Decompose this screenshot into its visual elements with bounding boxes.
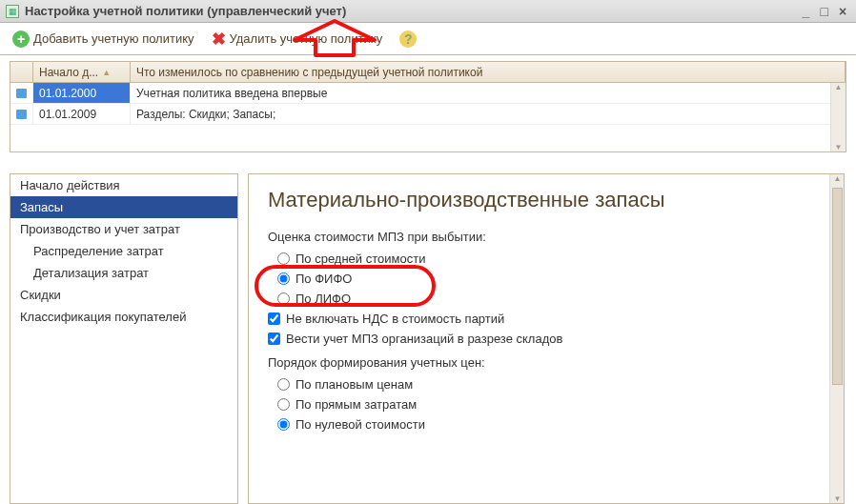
radio-lifo[interactable]: По ЛИФО [277,292,825,306]
table-row[interactable]: 01.01.2000 Учетная политика введена впер… [10,83,846,104]
policy-table: Начало д... ▲ Что изменилось по сравнени… [10,61,846,152]
col-icon[interactable] [10,62,33,82]
add-policy-button[interactable]: + Добавить учетную политику [6,27,201,51]
nav-detailing[interactable]: Детализация затрат [10,262,237,284]
add-label: Добавить учетную политику [33,31,194,46]
delete-icon: ✖ [212,29,226,50]
radio-zero[interactable]: По нулевой стоимости [277,417,825,432]
radio-avg-cost[interactable]: По средней стоимости [277,252,825,266]
delete-policy-button[interactable]: ✖ Удалить учетную политику [205,25,390,53]
nav-panel: Начало действия Запасы Производство и уч… [10,173,238,504]
window-title: Настройка учетной политики (управленческ… [25,4,798,18]
nav-production[interactable]: Производство и учет затрат [10,218,237,240]
cell-change: Разделы: Скидки; Запасы; [131,104,846,124]
maximize-button[interactable]: □ [817,4,832,19]
check-warehouse[interactable]: Вести учет МПЗ организаций в разрезе скл… [268,332,825,346]
sort-icon: ▲ [102,68,111,77]
nav-discounts[interactable]: Скидки [10,284,237,306]
content-heading: Материально-производственные запасы [268,188,825,212]
content-scrollbar[interactable] [829,174,845,503]
cell-date: 01.01.2000 [33,83,131,103]
toolbar: + Добавить учетную политику ✖ Удалить уч… [0,23,856,55]
row-icon [16,110,27,119]
radio-direct[interactable]: По прямым затратам [277,397,825,412]
col-start-date[interactable]: Начало д... ▲ [33,62,131,82]
help-icon: ? [399,30,417,48]
group2-label: Порядок формирования учетных цен: [268,355,825,370]
radio-planned[interactable]: По плановым ценам [277,377,825,392]
table-row[interactable]: 01.01.2009 Разделы: Скидки; Запасы; [10,104,846,125]
nav-classification[interactable]: Классификация покупателей [10,306,237,328]
cell-date: 01.01.2009 [33,104,131,124]
titlebar: ▦ Настройка учетной политики (управленче… [0,0,856,23]
nav-allocation[interactable]: Распределение затрат [10,240,237,262]
minimize-button[interactable]: _ [798,4,813,19]
delete-label: Удалить учетную политику [230,31,383,46]
plus-icon: + [12,30,30,48]
group1-label: Оценка стоимости МПЗ при выбытии: [268,230,825,244]
nav-inventory[interactable]: Запасы [10,196,237,218]
cell-change: Учетная политика введена впервые [131,83,846,103]
row-icon [16,89,27,98]
app-icon: ▦ [6,5,19,18]
help-button[interactable]: ? [393,27,423,51]
col-changes[interactable]: Что изменилось по сравнению с предыдущей… [131,62,846,82]
table-scrollbar[interactable] [830,83,846,151]
table-header: Начало д... ▲ Что изменилось по сравнени… [10,62,846,83]
check-exclude-vat[interactable]: Не включать НДС в стоимость партий [268,312,825,326]
close-button[interactable]: × [835,4,850,19]
content-panel: Материально-производственные запасы Оцен… [248,173,845,504]
nav-start[interactable]: Начало действия [10,174,237,196]
radio-fifo[interactable]: По ФИФО [277,272,825,286]
